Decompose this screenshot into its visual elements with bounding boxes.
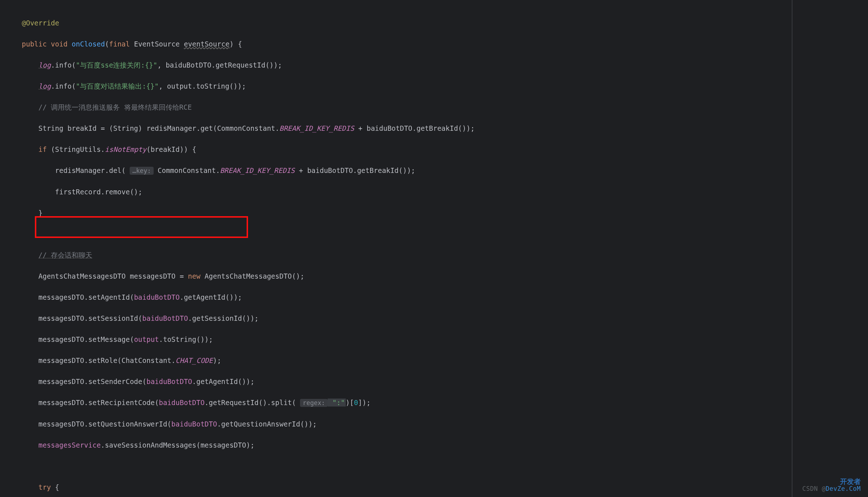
- param-name: eventSource: [184, 40, 230, 48]
- keyword-final: final: [109, 40, 130, 48]
- comment: // 调用统一消息推送服务 将最终结果回传给RCE: [38, 103, 192, 111]
- param: baiduBotDTO: [142, 314, 188, 322]
- keyword-void: void: [51, 40, 68, 48]
- editor-gutter-right: [792, 0, 792, 497]
- keyword-if: if: [38, 145, 47, 153]
- param: baiduBotDTO: [159, 399, 205, 407]
- param: output: [134, 335, 159, 343]
- param-hint: …key:: [130, 167, 153, 175]
- param-type: EventSource: [134, 40, 180, 48]
- watermark-cn: 开发者: [840, 476, 861, 487]
- param: baiduBotDTO: [171, 420, 217, 428]
- annotation: @Override: [22, 19, 59, 27]
- param-hint: regex:: [300, 399, 327, 407]
- keyword-try: try: [38, 483, 51, 491]
- constant: BREAK_ID_KEY_REDIS: [279, 124, 354, 132]
- log-var: log: [38, 82, 51, 90]
- constant: CHAT_CODE: [175, 356, 213, 364]
- close-brace: }: [38, 209, 42, 217]
- string-literal: "与百度对话结果输出:{}": [76, 82, 159, 90]
- service-var: messagesService: [38, 441, 101, 449]
- code-editor[interactable]: @Override public void onClosed(final Eve…: [22, 7, 846, 497]
- keyword-new: new: [188, 272, 200, 280]
- param: baiduBotDTO: [146, 377, 192, 385]
- code-text: firstRecord.remove();: [55, 188, 142, 196]
- static-method: isNotEmpty: [105, 145, 146, 153]
- constant: BREAK_ID_KEY_REDIS: [220, 166, 295, 174]
- log-var: log: [38, 61, 51, 69]
- string-literal: ":": [328, 399, 346, 407]
- number: 0: [354, 399, 358, 407]
- comment: //: [38, 251, 47, 259]
- string-literal: "与百度sse连接关闭:{}": [76, 61, 158, 69]
- keyword-public: public: [22, 40, 47, 48]
- method-name: onClosed: [72, 40, 105, 48]
- param: baiduBotDTO: [134, 293, 180, 301]
